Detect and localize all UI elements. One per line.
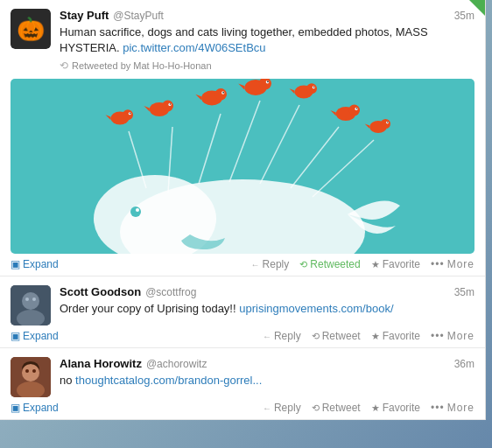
expand-button[interactable]: ▣ Expand <box>11 330 59 342</box>
tweets-container: 🎃 Stay Puft @StayPuft 35m Human sacrific… <box>0 0 486 420</box>
svg-point-41 <box>387 122 388 122</box>
tweet-author-handle[interactable]: @scottfrog <box>145 286 196 298</box>
svg-point-51 <box>32 298 36 301</box>
favorite-button[interactable]: ★ Favorite <box>371 402 420 414</box>
more-button[interactable]: ••• More <box>431 258 474 270</box>
tweet-author-handle[interactable]: @achorowitz <box>146 358 207 370</box>
new-tweet-indicator <box>469 0 485 16</box>
expand-icon: ▣ <box>11 258 20 270</box>
tweet-link[interactable]: uprisingmovements.com/book/ <box>239 302 393 315</box>
tweet-content: Scott Goodson @scottfrog 35m Order your … <box>60 285 474 326</box>
svg-point-36 <box>356 108 358 110</box>
favorite-button[interactable]: ★ Favorite <box>371 258 420 270</box>
retweet-icon: ⟲ <box>312 331 320 342</box>
favorite-button[interactable]: ★ Favorite <box>371 330 420 342</box>
svg-point-55 <box>25 369 29 373</box>
reply-button[interactable]: ← Reply <box>263 402 301 414</box>
reply-icon: ← <box>263 332 271 341</box>
svg-point-16 <box>170 104 172 106</box>
retweet-button[interactable]: ⟲ Retweet <box>312 330 361 342</box>
tweet-link[interactable]: thoughtcatalog.com/brandon-gorrel... <box>75 374 262 387</box>
svg-point-4 <box>136 208 139 212</box>
reply-icon: ← <box>263 403 271 413</box>
svg-point-38 <box>381 119 390 129</box>
svg-point-53 <box>22 364 39 382</box>
avatar[interactable] <box>11 357 51 397</box>
svg-point-3 <box>130 206 141 217</box>
tweet-row: 🎃 Stay Puft @StayPuft 35m Human sacrific… <box>0 0 485 276</box>
tweet-row: Alana Horowitz @achorowitz 36m no though… <box>0 348 485 420</box>
retweet-by-text: Retweeted by Mat Ho-Ho-Honan <box>72 60 212 71</box>
svg-point-31 <box>313 87 315 88</box>
tweet-actions: ▣ Expand ← Reply ⟲ Retweeted ★ Favorite … <box>11 254 474 276</box>
tweet-author-handle[interactable]: @StayPuft <box>113 10 164 22</box>
tweet-author-name[interactable]: Alana Horowitz <box>60 357 142 370</box>
svg-point-50 <box>25 298 29 301</box>
tweet-time: 36m <box>454 358 474 370</box>
tweet-text: Human sacrifice, dogs and cats living to… <box>60 24 474 56</box>
svg-point-46 <box>130 113 131 115</box>
svg-point-56 <box>32 369 36 373</box>
tweet-actions: ▣ Expand ← Reply ⟲ Retweet ★ Favorite ••… <box>11 326 474 347</box>
tweet-actions: ▣ Expand ← Reply ⟲ Retweet ★ Favorite ••… <box>11 397 474 419</box>
tweet-author-name[interactable]: Scott Goodson <box>60 285 141 298</box>
svg-point-18 <box>214 88 227 101</box>
svg-point-21 <box>222 92 224 94</box>
tweet-content: Stay Puft @StayPuft 35m Human sacrifice,… <box>60 9 474 72</box>
more-button[interactable]: ••• More <box>431 402 474 414</box>
retweet-button[interactable]: ⟲ Retweeted <box>299 258 360 270</box>
svg-point-43 <box>123 110 133 121</box>
retweet-icon: ⟲ <box>299 259 307 270</box>
expand-icon: ▣ <box>11 330 20 342</box>
avatar-image: 🎃 <box>11 9 51 49</box>
svg-point-13 <box>162 101 173 112</box>
reply-icon: ← <box>251 260 260 270</box>
retweet-info: ⟲ Retweeted by Mat Ho-Ho-Honan <box>60 60 474 72</box>
reply-button[interactable]: ← Reply <box>263 330 301 342</box>
tweet-embedded-image[interactable] <box>11 79 474 254</box>
retweet-icon: ⟲ <box>60 60 68 72</box>
more-button[interactable]: ••• More <box>431 330 474 342</box>
svg-point-33 <box>348 105 360 116</box>
avatar-image <box>11 285 51 326</box>
avatar[interactable] <box>11 285 51 326</box>
tweet-content: Alana Horowitz @achorowitz 36m no though… <box>60 357 474 397</box>
expand-button[interactable]: ▣ Expand <box>11 258 59 270</box>
tweet-time: 35m <box>454 286 474 298</box>
expand-icon: ▣ <box>11 402 20 414</box>
dots-icon: ••• <box>431 330 445 342</box>
tweet-link[interactable]: pic.twitter.com/4W06SEtBcu <box>123 41 265 54</box>
dots-icon: ••• <box>431 402 445 414</box>
expand-button[interactable]: ▣ Expand <box>11 402 59 414</box>
retweet-icon: ⟲ <box>312 402 320 414</box>
retweet-button[interactable]: ⟲ Retweet <box>312 402 361 414</box>
reply-button[interactable]: ← Reply <box>251 258 290 270</box>
svg-point-26 <box>267 81 269 83</box>
tweet-text: no thoughtcatalog.com/brandon-gorrel... <box>60 373 474 388</box>
tweet-row: Scott Goodson @scottfrog 35m Order your … <box>0 276 485 348</box>
svg-point-48 <box>22 292 39 310</box>
star-icon: ★ <box>371 402 380 414</box>
tweet-author-name[interactable]: Stay Puft <box>60 9 109 22</box>
svg-point-28 <box>306 84 317 94</box>
avatar[interactable]: 🎃 <box>11 9 51 49</box>
tweet-text: Order your copy of Uprising today!! upri… <box>60 301 474 317</box>
star-icon: ★ <box>371 259 380 270</box>
star-icon: ★ <box>371 331 380 342</box>
avatar-image <box>11 357 51 397</box>
dots-icon: ••• <box>431 258 445 270</box>
